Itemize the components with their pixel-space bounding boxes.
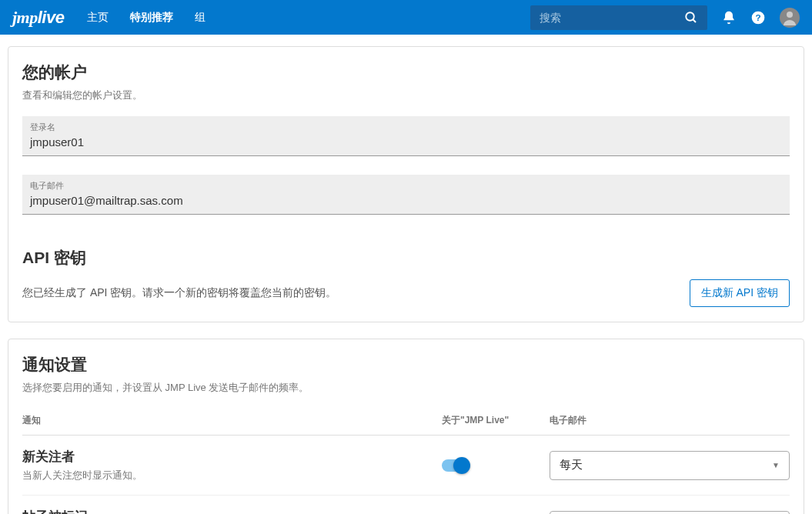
search-box[interactable] [530, 5, 707, 30]
logo[interactable]: jmplive [12, 8, 64, 28]
app-header: jmplive 主页 特别推荐 组 ? [0, 0, 812, 35]
api-title: API 密钥 [22, 247, 790, 269]
svg-point-0 [686, 12, 694, 21]
login-value: jmpuser01 [30, 135, 782, 149]
api-row: 您已经生成了 API 密钥。请求一个新的密钥将覆盖您当前的密钥。 生成新 API… [22, 279, 790, 307]
select-new-follower-frequency[interactable]: 每天 ▼ [550, 451, 790, 480]
notif-name: 帖子被标记 [22, 508, 442, 514]
notif-select-cell: 每天 ▼ [550, 451, 790, 480]
notif-select-cell: 立即 ▼ [550, 511, 790, 515]
nav-featured[interactable]: 特别推荐 [130, 11, 173, 25]
select-value: 每天 [560, 458, 583, 472]
svg-text:?: ? [755, 12, 760, 22]
nav-group[interactable]: 组 [195, 11, 206, 25]
col-header-about: 关于"JMP Live" [442, 414, 550, 427]
notifications-card: 通知设置 选择您要启用的通知，并设置从 JMP Live 发送电子邮件的频率。 … [8, 339, 804, 514]
notifications-subtitle: 选择您要启用的通知，并设置从 JMP Live 发送电子邮件的频率。 [22, 381, 790, 395]
notif-name: 新关注者 [22, 448, 442, 466]
help-icon[interactable]: ? [750, 10, 766, 25]
search-icon[interactable] [684, 11, 698, 25]
svg-line-1 [693, 19, 696, 22]
nav: 主页 特别推荐 组 [87, 11, 206, 25]
avatar-icon[interactable] [780, 8, 800, 28]
account-card: 您的帐户 查看和编辑您的帐户设置。 登录名 jmpuser01 电子邮件 jmp… [8, 46, 804, 322]
email-label: 电子邮件 [30, 180, 782, 192]
chevron-down-icon: ▼ [772, 461, 780, 469]
notif-row-new-follower: 新关注者 当新人关注您时显示通知。 每天 ▼ [22, 436, 790, 496]
select-post-flagged-frequency[interactable]: 立即 ▼ [550, 511, 790, 515]
col-header-notif: 通知 [22, 414, 442, 427]
toggle-new-follower[interactable] [442, 459, 468, 472]
account-title: 您的帐户 [22, 62, 790, 83]
email-value: jmpuser01@mailtrap.sas.com [30, 194, 782, 207]
notif-row-post-flagged: 帖子被标记 某人标记您的一个帖子时显示通知。 立即 ▼ [22, 496, 790, 514]
login-field[interactable]: 登录名 jmpuser01 [22, 116, 790, 156]
generate-api-key-button[interactable]: 生成新 API 密钥 [690, 279, 790, 307]
notif-info: 帖子被标记 某人标记您的一个帖子时显示通知。 [22, 508, 442, 514]
svg-point-4 [787, 12, 793, 18]
account-subtitle: 查看和编辑您的帐户设置。 [22, 88, 790, 102]
notifications-title: 通知设置 [22, 354, 790, 375]
login-label: 登录名 [30, 122, 782, 133]
main-content: 您的帐户 查看和编辑您的帐户设置。 登录名 jmpuser01 电子邮件 jmp… [0, 35, 812, 514]
email-field[interactable]: 电子邮件 jmpuser01@mailtrap.sas.com [22, 175, 790, 215]
notifications-icon[interactable] [721, 10, 737, 25]
notif-table-header: 通知 关于"JMP Live" 电子邮件 [22, 414, 790, 436]
nav-home[interactable]: 主页 [87, 11, 109, 25]
api-text: 您已经生成了 API 密钥。请求一个新的密钥将覆盖您当前的密钥。 [22, 286, 336, 300]
notif-info: 新关注者 当新人关注您时显示通知。 [22, 448, 442, 482]
search-input[interactable] [540, 12, 684, 24]
col-header-email: 电子邮件 [550, 414, 790, 427]
header-icons: ? [721, 8, 800, 28]
notif-desc: 当新人关注您时显示通知。 [22, 469, 442, 482]
notif-toggle-cell [442, 459, 550, 472]
